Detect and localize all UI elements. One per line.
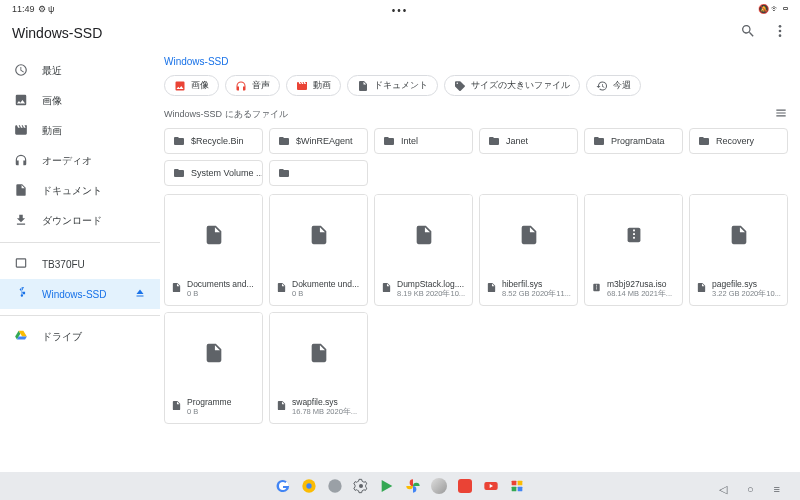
taskbar-app2[interactable] (456, 477, 474, 495)
file-type-icon (381, 279, 392, 297)
file-item[interactable]: m3bj927usa.iso68.14 MB 2021年... (584, 194, 683, 306)
taskbar-avatar[interactable] (430, 477, 448, 495)
file-meta: 8.52 GB 2020年11... (502, 289, 571, 299)
more-icon[interactable] (772, 23, 788, 43)
sidebar-item-recent[interactable]: 最近 (0, 56, 160, 86)
breadcrumb[interactable]: Windows-SSD (164, 52, 788, 75)
chip-week[interactable]: 今週 (586, 75, 641, 96)
sidebar-item-downloads[interactable]: ダウンロード (0, 206, 160, 236)
folder-name: Janet (506, 136, 528, 146)
svg-rect-15 (512, 487, 517, 492)
taskbar-google[interactable] (274, 477, 292, 495)
taskbar-settings[interactable] (352, 477, 370, 495)
tablet-icon (14, 256, 28, 272)
taskbar-chrome[interactable] (300, 477, 318, 495)
file-item[interactable]: swapfile.sys16.78 MB 2020年... (269, 312, 368, 424)
svg-point-10 (328, 479, 341, 492)
file-item[interactable]: DumpStack.log....8.19 KB 2020年10... (374, 194, 473, 306)
nav-back[interactable]: ◁ (719, 483, 727, 496)
file-type-icon (171, 279, 182, 297)
file-meta: 68.14 MB 2021年... (607, 289, 672, 299)
sidebar-item-videos[interactable]: 動画 (0, 116, 160, 146)
chip-images[interactable]: 画像 (164, 75, 219, 96)
movie-icon (296, 80, 308, 92)
taskbar (0, 472, 800, 500)
file-name: swapfile.sys (292, 397, 357, 407)
file-icon (413, 222, 435, 248)
folder-name: $WinREAgent (296, 136, 353, 146)
file-icon (203, 222, 225, 248)
tag-icon (454, 80, 466, 92)
folder-item[interactable]: Janet (479, 128, 578, 154)
status-icons: 🔕 ᯤ ▭ (758, 4, 788, 14)
status-bar: 11:49 ⚙ ψ ••• 🔕 ᯤ ▭ (0, 0, 800, 18)
view-toggle-icon[interactable] (774, 106, 788, 122)
folder-icon (173, 167, 185, 179)
file-meta: 0 B (187, 407, 231, 416)
taskbar-photos[interactable] (404, 477, 422, 495)
sidebar-item-documents[interactable]: ドキュメント (0, 176, 160, 206)
search-icon[interactable] (740, 23, 756, 43)
folder-item[interactable] (269, 160, 368, 186)
movie-icon (14, 123, 28, 139)
file-type-icon (486, 279, 497, 297)
drive-icon (14, 329, 28, 345)
file-meta: 8.19 KB 2020年10... (397, 289, 465, 299)
folder-item[interactable]: ProgramData (584, 128, 683, 154)
file-type-icon (696, 279, 707, 297)
file-item[interactable]: pagefile.sys3.22 GB 2020年10... (689, 194, 788, 306)
sidebar-cloud-drive[interactable]: ドライブ (0, 322, 160, 352)
chip-video[interactable]: 動画 (286, 75, 341, 96)
sidebar: 最近 画像 動画 オーディオ ドキュメント ダウンロード TB370FU Win… (0, 48, 160, 472)
sidebar-storage-usb[interactable]: Windows-SSD (0, 279, 160, 309)
taskbar-youtube[interactable] (482, 477, 500, 495)
folder-item[interactable]: System Volume ... (164, 160, 263, 186)
taskbar-apps[interactable] (508, 477, 526, 495)
chip-large[interactable]: サイズの大きいファイル (444, 75, 580, 96)
nav-bar: ◁ ○ ≡ (719, 483, 780, 496)
file-type-icon (276, 397, 287, 415)
folder-icon (383, 135, 395, 147)
file-item[interactable]: Programme0 B (164, 312, 263, 424)
folder-name: System Volume ... (191, 168, 263, 178)
folder-item[interactable]: $WinREAgent (269, 128, 368, 154)
folder-item[interactable]: $Recycle.Bin (164, 128, 263, 154)
app-header: Windows-SSD (0, 18, 800, 48)
file-icon (308, 222, 330, 248)
file-meta: 0 B (187, 289, 254, 298)
file-icon (308, 340, 330, 366)
svg-rect-13 (512, 481, 517, 486)
file-item[interactable]: hiberfil.sys8.52 GB 2020年11... (479, 194, 578, 306)
doc-icon (357, 80, 369, 92)
chip-docs[interactable]: ドキュメント (347, 75, 438, 96)
page-title: Windows-SSD (12, 25, 102, 41)
file-name: hiberfil.sys (502, 279, 571, 289)
image-icon (174, 80, 186, 92)
folder-item[interactable]: Recovery (689, 128, 788, 154)
file-name: Dokumente und... (292, 279, 359, 289)
taskbar-play[interactable] (378, 477, 396, 495)
audio-icon (14, 153, 28, 169)
folder-item[interactable]: Intel (374, 128, 473, 154)
eject-icon[interactable] (134, 287, 146, 301)
file-type-icon (591, 279, 602, 297)
svg-point-11 (359, 484, 363, 488)
nav-recent[interactable]: ≡ (774, 483, 780, 496)
folder-name: $Recycle.Bin (191, 136, 244, 146)
file-type-icon (171, 397, 182, 415)
sidebar-item-audio[interactable]: オーディオ (0, 146, 160, 176)
file-item[interactable]: Dokumente und...0 B (269, 194, 368, 306)
file-type-icon (276, 279, 287, 297)
nav-home[interactable]: ○ (747, 483, 754, 496)
filter-chips: 画像 音声 動画 ドキュメント サイズの大きいファイル 今週 (164, 75, 788, 96)
file-item[interactable]: Documents and...0 B (164, 194, 263, 306)
svg-rect-14 (518, 481, 523, 486)
folder-name: Intel (401, 136, 418, 146)
svg-rect-16 (518, 487, 523, 492)
sidebar-storage-tablet[interactable]: TB370FU (0, 249, 160, 279)
folder-icon (173, 135, 185, 147)
chip-audio[interactable]: 音声 (225, 75, 280, 96)
history-icon (596, 80, 608, 92)
taskbar-app[interactable] (326, 477, 344, 495)
sidebar-item-images[interactable]: 画像 (0, 86, 160, 116)
